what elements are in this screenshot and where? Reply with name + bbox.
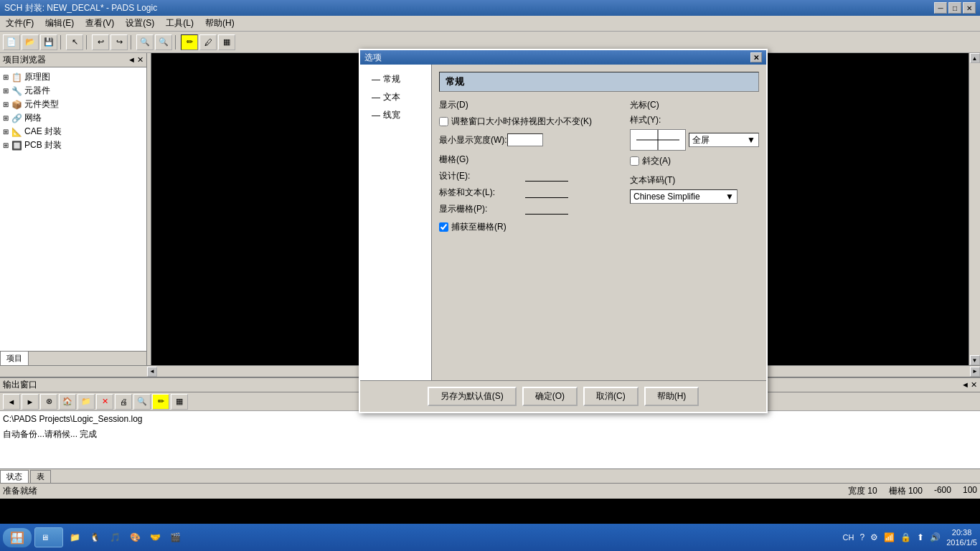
dialog-nav-linewidth[interactable]: 线宽 [360,106,431,124]
min-width-row: 最小显示宽度(W): 20 [439,133,616,146]
display-label: 显示(D) [439,99,616,111]
dialog-columns: 显示(D) 调整窗口大小时保持视图大小不变(K) 最小显示宽度(W): 20 [439,99,759,233]
help-button[interactable]: 帮助(H) [644,387,699,406]
dialog-body: 常规 文本 线宽 常规 显示(D) 调整窗口大小时保持视图大小不变(K) [360,65,766,380]
capture-label: 捕获至栅格(R) [451,221,507,233]
text-code-value: Chinese Simplifie [633,192,700,202]
design-grid-label: 设计(E): [439,170,525,182]
label-text-grid-input[interactable]: 10 [525,187,568,198]
cursor-style-dropdown[interactable]: 全屏 ▼ [689,133,759,147]
cursor-label: 光标(C) [630,99,759,111]
text-code-label: 文本译码(T) [630,174,759,187]
display-grid-label: 显示栅格(P): [439,203,525,215]
dialog-title-text: 选项 [364,52,382,64]
cursor-style-value: 全屏 [692,134,710,146]
cursor-arrow-svg [636,130,679,150]
dialog-nav: 常规 文本 线宽 [360,65,432,380]
cursor-preview [630,129,686,151]
ok-button[interactable]: 确定(O) [522,387,578,406]
display-grid-input[interactable]: 1000 [525,204,568,215]
resize-window-label: 调整窗口大小时保持视图大小不变(K) [451,116,592,128]
cursor-preview-row: 全屏 ▼ [630,129,759,151]
capture-checkbox[interactable] [439,222,448,232]
dialog-right-col: 光标(C) 样式(Y): [630,99,759,233]
label-text-grid-label: 标签和文本(L): [439,187,525,199]
cursor-section: 光标(C) 样式(Y): [630,99,759,167]
cancel-button[interactable]: 取消(C) [583,387,639,406]
display-grid-row: 显示栅格(P): 1000 [439,203,616,215]
grid-section: 栅格(G) 设计(E): 100 标签和文本(L): 10 显示栅格(P): [439,154,616,233]
cursor-dropdown-arrow: ▼ [747,135,755,145]
dialog-section-title: 常规 [439,72,759,92]
oblique-label: 斜交(A) [642,155,671,167]
min-width-label: 最小显示宽度(W): [439,134,507,146]
text-code-dropdown[interactable]: Chinese Simplifie ▼ [630,189,738,204]
oblique-checkbox[interactable] [630,156,639,166]
oblique-row: 斜交(A) [630,155,759,167]
dialog-nav-text[interactable]: 文本 [360,88,431,106]
style-label: 样式(Y): [630,114,661,126]
capture-row: 捕获至栅格(R) [439,221,616,233]
dialog-left-col: 显示(D) 调整窗口大小时保持视图大小不变(K) 最小显示宽度(W): 20 [439,99,616,233]
design-grid-row: 设计(E): 100 [439,170,616,182]
label-text-grid-row: 标签和文本(L): 10 [439,187,616,199]
save-default-button[interactable]: 另存为默认值(S) [428,387,517,406]
dialog-overlay: 选项 ✕ 常规 文本 线宽 常规 显示(D) [0,0,980,551]
dialog-content: 常规 显示(D) 调整窗口大小时保持视图大小不变(K) 最小显示宽度( [432,65,766,380]
dialog-title-bar: 选项 ✕ [360,50,766,65]
resize-window-checkbox[interactable] [439,117,448,126]
text-code-section: 文本译码(T) Chinese Simplifie ▼ [630,174,759,204]
dialog-nav-general[interactable]: 常规 [360,70,431,88]
cursor-style-row: 样式(Y): [630,114,759,126]
resize-window-row: 调整窗口大小时保持视图大小不变(K) [439,116,616,128]
text-code-arrow: ▼ [725,192,734,202]
grid-title: 栅格(G) [439,154,616,166]
options-dialog: 选项 ✕ 常规 文本 线宽 常规 显示(D) [359,49,768,413]
min-width-input[interactable]: 20 [507,133,543,146]
display-section: 显示(D) 调整窗口大小时保持视图大小不变(K) 最小显示宽度(W): 20 [439,99,616,146]
design-grid-input[interactable]: 100 [525,171,568,182]
dialog-footer: 另存为默认值(S) 确定(O) 取消(C) 帮助(H) [360,380,766,412]
dialog-close-button[interactable]: ✕ [750,52,762,62]
